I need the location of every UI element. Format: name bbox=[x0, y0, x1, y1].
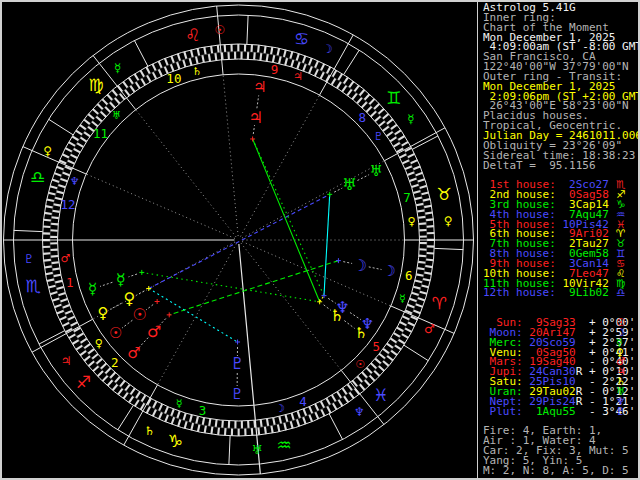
degree-tick bbox=[344, 396, 348, 402]
degree-tick bbox=[134, 74, 138, 80]
chart-wheel: ♈♂♉♀♊☿♋☽♌☉♍☿♎♀♏♇♐♃♑♄♒♅♓♆1♂2♀3☿4☽5☉6☿7♀8♇… bbox=[0, 0, 478, 480]
degree-tick bbox=[383, 126, 389, 131]
degree-tick bbox=[184, 52, 186, 59]
degree-tick bbox=[421, 285, 428, 287]
degree-tick bbox=[349, 392, 353, 398]
house-ruler-icon: ♄ bbox=[192, 65, 202, 78]
degree-tick bbox=[209, 54, 210, 61]
degree-tick bbox=[354, 85, 359, 91]
house-ruler-icon: ☿ bbox=[176, 397, 183, 410]
degree-tick bbox=[420, 186, 427, 188]
degree-tick bbox=[96, 359, 102, 364]
transit-sun-icon: ☉ bbox=[109, 324, 122, 342]
natal-moon-icon: ☽ bbox=[353, 256, 367, 275]
house-row: 12th house: 9Lib02♎ bbox=[478, 288, 640, 298]
degree-tick bbox=[113, 385, 118, 391]
degree-tick bbox=[153, 401, 156, 408]
degree-tick bbox=[374, 104, 379, 109]
degree-tick bbox=[203, 418, 204, 425]
degree-tick bbox=[349, 81, 353, 87]
degree-tick bbox=[159, 412, 162, 419]
degree-tick bbox=[284, 423, 286, 430]
cusp-line-inner bbox=[223, 75, 238, 236]
natal-uranus-icon: ♅ bbox=[342, 175, 356, 194]
degree-tick bbox=[413, 310, 420, 313]
zodiac-aries-icon: ♈ bbox=[432, 293, 447, 313]
aspect-line-conjunction bbox=[320, 296, 324, 302]
degree-tick bbox=[321, 64, 324, 71]
degree-tick bbox=[47, 279, 54, 281]
transit-mars-icon: ♂ bbox=[127, 344, 140, 362]
zodiac-pisces-icon: ♓ bbox=[373, 385, 388, 405]
degree-tick bbox=[383, 361, 389, 366]
degree-tick bbox=[60, 299, 67, 301]
degree-tick bbox=[125, 385, 130, 391]
planet-pointer bbox=[136, 291, 144, 295]
transit-pluto-icon: ♇ bbox=[230, 385, 243, 403]
degree-tick bbox=[402, 160, 409, 163]
degree-tick bbox=[218, 45, 219, 52]
planet-pointer bbox=[334, 188, 342, 192]
degree-tick bbox=[48, 286, 55, 288]
degree-tick bbox=[390, 338, 396, 342]
degree-tick bbox=[209, 419, 210, 426]
aspect-line-trine bbox=[253, 139, 320, 302]
degree-tick bbox=[337, 82, 341, 88]
degree-tick bbox=[69, 142, 75, 146]
degree-tick bbox=[397, 328, 404, 332]
degree-tick bbox=[171, 409, 174, 416]
planet-position-dot bbox=[235, 339, 240, 344]
degree-tick bbox=[360, 90, 365, 96]
zodiac-scorpio-icon: ♏ bbox=[25, 276, 40, 296]
spacer bbox=[478, 298, 640, 308]
degree-tick bbox=[327, 67, 331, 74]
degree-tick bbox=[400, 154, 407, 157]
degree-tick bbox=[46, 273, 53, 274]
degree-tick bbox=[405, 328, 412, 332]
degree-tick bbox=[344, 77, 348, 83]
degree-tick bbox=[418, 179, 425, 181]
degree-tick bbox=[261, 420, 262, 427]
house-ruler-icon: ♅ bbox=[112, 109, 122, 122]
planet-position-dot bbox=[139, 270, 144, 275]
degree-tick bbox=[285, 415, 287, 422]
zodiac-sagittarius-icon: ♐ bbox=[76, 372, 91, 392]
degree-tick bbox=[74, 149, 81, 153]
degree-tick bbox=[102, 99, 107, 104]
degree-tick bbox=[184, 413, 186, 420]
sign-ruler-icon: ☿ bbox=[407, 112, 414, 126]
degree-tick bbox=[315, 69, 318, 76]
degree-tick bbox=[370, 375, 375, 380]
degree-tick bbox=[129, 396, 133, 402]
house-ruler-icon: ☽ bbox=[275, 402, 285, 415]
degree-tick bbox=[76, 346, 82, 350]
planet-position-dot bbox=[155, 299, 160, 304]
degree-tick bbox=[165, 415, 168, 422]
degree-tick bbox=[423, 279, 430, 281]
planet-position-dot bbox=[167, 312, 172, 317]
degree-tick bbox=[52, 211, 59, 212]
degree-tick bbox=[410, 178, 417, 180]
degree-tick bbox=[165, 58, 168, 65]
degree-tick bbox=[303, 64, 306, 71]
degree-tick bbox=[50, 292, 57, 294]
degree-tick bbox=[147, 407, 151, 414]
degree-tick bbox=[379, 354, 385, 359]
degree-tick bbox=[390, 137, 396, 141]
degree-tick bbox=[118, 389, 123, 395]
degree-tick bbox=[216, 420, 217, 427]
house-number-4: 4 bbox=[299, 394, 307, 409]
natal-mercury-icon: ☿ bbox=[116, 270, 126, 289]
aspect-line-opposition bbox=[149, 194, 330, 288]
degree-tick bbox=[62, 323, 69, 326]
degree-tick bbox=[357, 376, 362, 382]
planet-position-dot bbox=[317, 299, 322, 304]
degree-tick bbox=[69, 334, 75, 338]
degree-tick bbox=[315, 404, 318, 411]
degree-tick bbox=[271, 426, 272, 433]
degree-tick bbox=[65, 148, 72, 152]
degree-tick bbox=[254, 52, 255, 59]
degree-tick bbox=[267, 54, 268, 61]
degree-tick bbox=[141, 79, 145, 85]
degree-tick bbox=[371, 111, 376, 116]
